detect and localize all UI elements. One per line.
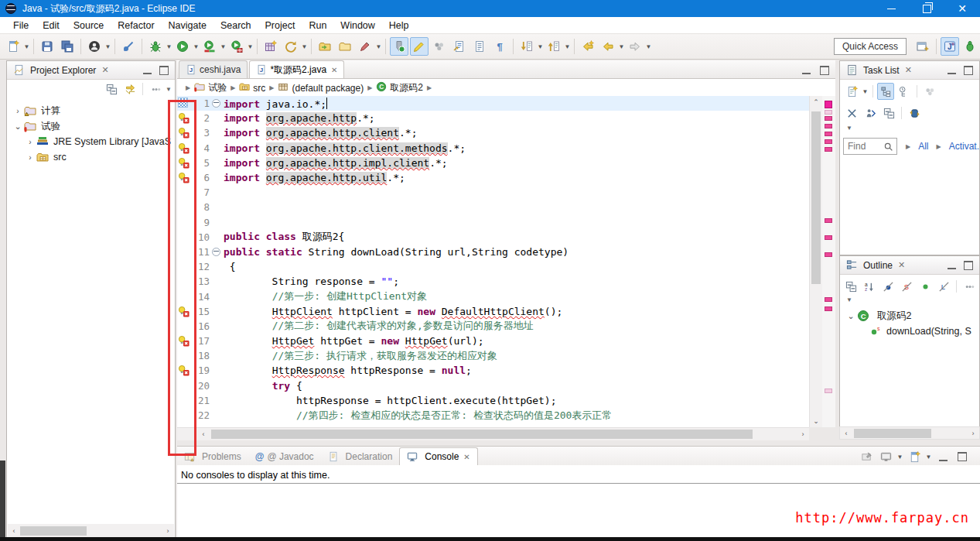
outline-maximize-icon[interactable] [964,261,973,270]
tree-item-shiyan[interactable]: ⌄试验 [7,118,175,134]
dropdown-caret-icon[interactable]: ▼ [247,38,254,55]
menu-item-search[interactable]: Search [213,19,258,33]
outline-minimize-icon[interactable] [948,261,956,269]
overview-error-marker[interactable] [825,252,832,257]
code-line-22[interactable]: 22 //第四步: 检查相应的状态是否正常: 检查状态码的值是200表示正常 [177,408,809,423]
overview-error-marker[interactable] [825,116,832,121]
restore-button[interactable] [909,0,944,17]
task-list-maximize-icon[interactable] [964,66,973,75]
code-line-3[interactable]: 3import org.apache.http.client.*; [177,125,809,140]
skip-breakpoints-button[interactable] [119,37,138,56]
code-line-13[interactable]: 13 String response = ""; [177,274,809,289]
task-list-minimize-icon[interactable] [948,66,956,74]
code-line-9[interactable]: 9 [177,215,809,230]
scroll-right-icon[interactable]: › [797,428,809,440]
editor-minimize-icon[interactable] [802,66,811,74]
highlight-button[interactable] [410,37,429,56]
collapse-all-button[interactable] [880,104,897,122]
quick-access-button[interactable]: Quick Access [834,38,907,55]
task-list-close-icon[interactable]: ✕ [905,65,912,75]
code-line-8[interactable]: 8 [177,200,809,214]
chevron-right-icon[interactable]: › [24,138,36,146]
tab-close-icon[interactable]: ✕ [463,453,470,461]
menu-item-refactor[interactable]: Refactor [111,19,161,33]
scrollbar-thumb[interactable] [211,430,753,439]
scroll-left-icon[interactable]: ‹ [197,428,210,440]
breadcrumb-arrow-icon[interactable]: ▶ [186,84,190,91]
dropdown-caret-icon[interactable]: ▼ [925,448,932,465]
dropdown-caret-icon[interactable]: ▼ [166,38,172,55]
project-explorer-hscrollbar[interactable]: ‹ › [8,524,174,537]
scroll-right-icon[interactable]: › [162,524,174,537]
profile-button[interactable] [227,37,246,56]
code-line-20[interactable]: 20 try { [177,378,809,393]
tab-close-icon[interactable]: ✕ [331,66,337,74]
previous-annotation-button[interactable] [545,37,563,56]
annotations-gray-button[interactable] [430,37,449,56]
run-button[interactable] [173,37,192,56]
export-folder-button[interactable] [336,37,354,56]
scroll-left-icon[interactable]: ‹ [840,427,852,439]
overview-error-marker[interactable] [825,147,832,152]
new-wizard-button[interactable] [4,37,22,56]
scroll-down-icon[interactable]: ⌄ [810,415,822,427]
code-line-14[interactable]: 14 //第一步: 创建HttpClient对象 [177,289,809,303]
user-account-button[interactable] [85,37,104,56]
open-resource-button[interactable] [470,37,489,56]
breadcrumb-arrow-icon[interactable]: ▶ [427,84,432,91]
dropdown-caret-icon[interactable]: ▼ [193,38,200,55]
scroll-right-icon[interactable]: › [967,427,979,439]
save-button[interactable] [38,37,56,56]
scrollbar-thumb[interactable] [811,111,821,284]
breadcrumb-item[interactable]: (default package) [278,81,364,94]
mark-occurrences-button[interactable] [390,37,408,56]
minimize-button[interactable] [873,0,909,17]
overview-error-marker[interactable] [825,235,832,240]
filter-arrow-icon[interactable]: ▶ [937,143,941,150]
back-button[interactable] [599,37,617,56]
menu-item-edit[interactable]: Edit [36,19,67,33]
view-menu-button[interactable] [147,80,164,98]
outline-close-icon[interactable]: ✕ [898,260,905,270]
dropdown-caret-icon[interactable]: ▼ [537,38,544,55]
code-line-1[interactable]: 1import java.io.*; [177,96,809,111]
refresh-button[interactable] [282,37,300,56]
overview-error-marker[interactable] [825,218,832,223]
fold-collapse-icon[interactable] [211,248,220,256]
code-line-21[interactable]: 21 httpResponse = httpClient.execute(htt… [177,393,809,408]
project-explorer-minimize-icon[interactable] [143,66,152,74]
hide-static-button[interactable]: S [899,278,916,295]
code-editor[interactable]: 1import java.io.*;2import org.apache.htt… [177,96,809,427]
coverage-button[interactable] [200,37,219,56]
code-line-6[interactable]: 6import org.apache.http.util.*; [177,170,809,185]
java-perspective-button[interactable]: J [941,37,959,56]
chevron-down-icon[interactable]: ⌄ [12,122,24,132]
chevron-down-icon[interactable]: ⌄ [845,311,857,321]
code-line-16[interactable]: 16 //第二步: 创建代表请求的对象,参数是访问的服务器地址 [177,319,809,334]
menu-item-window[interactable]: Window [333,19,381,33]
breadcrumb-arrow-icon[interactable]: ▶ [230,84,235,91]
editor-tab-quyuanma2[interactable]: J*取源码2.java✕ [249,60,344,78]
view-menu-button[interactable] [961,278,978,295]
editor-hscrollbar[interactable]: ‹ › [177,427,809,440]
menu-item-navigate[interactable]: Navigate [162,19,213,33]
view-menu-caret-icon[interactable]: ▼ [166,86,172,93]
tree-item-jisuan[interactable]: ›!计算 [7,103,175,118]
code-line-11[interactable]: 11public static String downLoad(String u… [177,245,809,259]
code-line-12[interactable]: 12 { [177,259,809,274]
breadcrumb-arrow-icon[interactable]: ▶ [367,84,372,91]
hide-completed-button[interactable] [843,104,860,122]
categorized-view-button[interactable] [877,83,894,100]
dropdown-caret-icon[interactable]: ▼ [23,38,30,55]
collapse-all-button[interactable] [843,278,860,295]
new-java-project-button[interactable] [261,37,280,56]
scrollbar-thumb[interactable] [854,429,931,438]
debug-button[interactable] [146,37,165,56]
overview-error-marker[interactable] [825,306,832,311]
code-line-5[interactable]: 5import org.apache.http.impl.client.*; [177,156,809,170]
filter-link-activat[interactable]: Activat. [949,141,979,152]
chevron-right-icon[interactable]: › [24,153,36,162]
dropdown-caret-icon[interactable]: ▼ [862,83,869,100]
overview-error-marker[interactable] [825,389,832,393]
editor-tab-ceshi[interactable]: Jceshi.java [179,60,248,78]
